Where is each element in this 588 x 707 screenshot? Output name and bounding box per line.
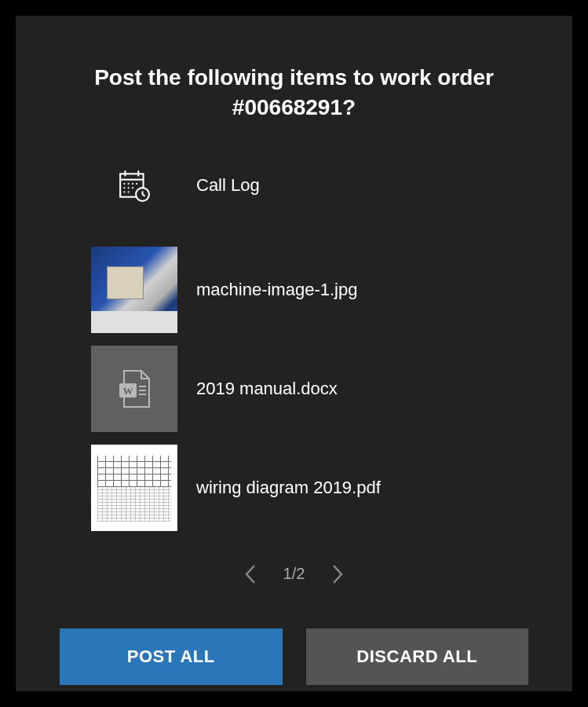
svg-point-7 bbox=[136, 182, 137, 184]
svg-text:W: W bbox=[123, 385, 133, 397]
item-row-machine-image[interactable]: machine-image-1.jpg bbox=[91, 247, 528, 333]
svg-point-10 bbox=[132, 187, 133, 189]
item-row-wiring-diagram[interactable]: wiring diagram 2019.pdf bbox=[91, 445, 528, 531]
item-label: wiring diagram 2019.pdf bbox=[196, 478, 381, 498]
item-label: 2019 manual.docx bbox=[196, 379, 338, 399]
item-label: machine-image-1.jpg bbox=[196, 280, 357, 300]
title-line-1: Post the following items to work order bbox=[94, 65, 494, 90]
next-page-button[interactable] bbox=[327, 559, 349, 589]
button-row: POST ALL DISCARD ALL bbox=[60, 628, 528, 685]
svg-point-12 bbox=[128, 191, 130, 192]
previous-page-button[interactable] bbox=[239, 559, 261, 589]
items-list: Call Log machine-image-1.jpg W 2019 manu… bbox=[60, 162, 528, 544]
discard-all-button[interactable]: DISCARD ALL bbox=[306, 628, 529, 685]
call-log-thumbnail bbox=[91, 162, 177, 209]
word-doc-icon: W bbox=[118, 369, 151, 408]
svg-point-6 bbox=[132, 182, 133, 184]
svg-point-8 bbox=[123, 187, 125, 189]
item-row-manual-doc[interactable]: W 2019 manual.docx bbox=[91, 346, 528, 432]
svg-point-11 bbox=[123, 191, 125, 192]
chevron-left-icon bbox=[244, 564, 257, 584]
pdf-thumbnail bbox=[91, 445, 177, 531]
chevron-right-icon bbox=[331, 564, 344, 584]
page-indicator: 1/2 bbox=[283, 565, 305, 583]
image-thumbnail bbox=[91, 247, 177, 333]
document-thumbnail: W bbox=[91, 346, 177, 432]
pagination: 1/2 bbox=[60, 559, 528, 589]
title-line-2: #00668291? bbox=[232, 95, 356, 119]
post-all-button[interactable]: POST ALL bbox=[60, 628, 283, 685]
svg-point-9 bbox=[128, 187, 130, 189]
calendar-clock-icon bbox=[118, 169, 151, 202]
item-label: Call Log bbox=[196, 175, 260, 196]
item-row-call-log[interactable]: Call Log bbox=[91, 162, 528, 209]
svg-point-4 bbox=[123, 182, 125, 184]
svg-point-5 bbox=[128, 182, 130, 184]
post-items-modal: Post the following items to work order #… bbox=[16, 16, 572, 691]
modal-title: Post the following items to work order #… bbox=[60, 63, 528, 123]
